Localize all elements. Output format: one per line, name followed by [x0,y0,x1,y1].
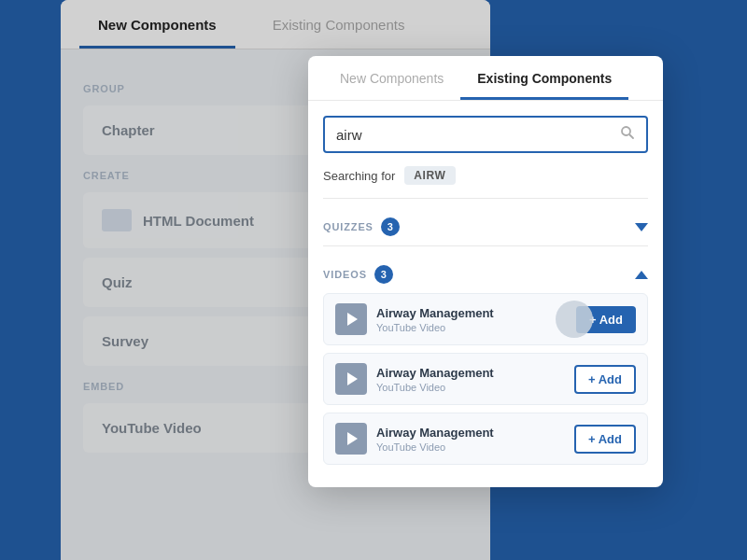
quizzes-badge: 3 [381,217,400,236]
video-info-3: Airway Management YouTube Video [376,426,565,453]
quizzes-section-header[interactable]: QUIZZES 3 [323,208,648,245]
divider-2 [323,245,648,246]
searching-for-label: Searching for [323,169,395,183]
video-item-3: Airway Management YouTube Video + Add [323,413,648,465]
video-info-2: Airway Management YouTube Video [376,366,565,393]
play-icon-1 [347,313,358,326]
video-subtitle-2: YouTube Video [376,382,565,393]
video-thumb-1 [335,303,367,335]
video-thumb-2 [335,363,367,395]
search-box[interactable] [323,116,648,153]
play-icon-2 [347,372,358,385]
quizzes-chevron-down-icon [635,223,648,231]
svg-point-0 [622,127,630,135]
modal-body: Searching for AIRW QUIZZES 3 VIDEOS 3 [308,101,663,487]
modal-tabs: New Components Existing Components [308,56,663,101]
play-icon-3 [347,432,358,445]
add-button-2[interactable]: + Add [574,365,636,394]
divider-1 [323,198,648,199]
spinner-overlay [556,301,593,338]
search-icon [620,125,635,144]
video-item-2: Airway Management YouTube Video + Add [323,353,648,405]
svg-line-1 [630,135,634,139]
videos-badge: 3 [374,265,393,284]
search-tag: AIRW [404,166,455,185]
quizzes-label: QUIZZES [323,221,374,232]
video-title-2: Airway Management [376,366,565,380]
quizzes-header-left: QUIZZES 3 [323,217,400,236]
video-item-1: Airway Management YouTube Video + Add [323,293,648,345]
video-title-1: Airway Management [376,306,567,320]
videos-label: VIDEOS [323,269,367,280]
video-thumb-3 [335,423,367,455]
add-button-3[interactable]: + Add [574,425,636,454]
video-info-1: Airway Management YouTube Video [376,306,567,333]
video-title-3: Airway Management [376,426,565,440]
videos-section-header[interactable]: VIDEOS 3 [323,256,648,293]
videos-chevron-up-icon [635,271,648,279]
search-input[interactable] [336,127,620,143]
modal: New Components Existing Components Searc… [308,56,663,487]
video-subtitle-1: YouTube Video [376,322,567,333]
video-subtitle-3: YouTube Video [376,441,565,453]
modal-tab-new[interactable]: New Components [323,56,460,100]
videos-header-left: VIDEOS 3 [323,265,393,284]
modal-tab-existing[interactable]: Existing Components [460,56,628,100]
searching-for-row: Searching for AIRW [323,166,648,185]
